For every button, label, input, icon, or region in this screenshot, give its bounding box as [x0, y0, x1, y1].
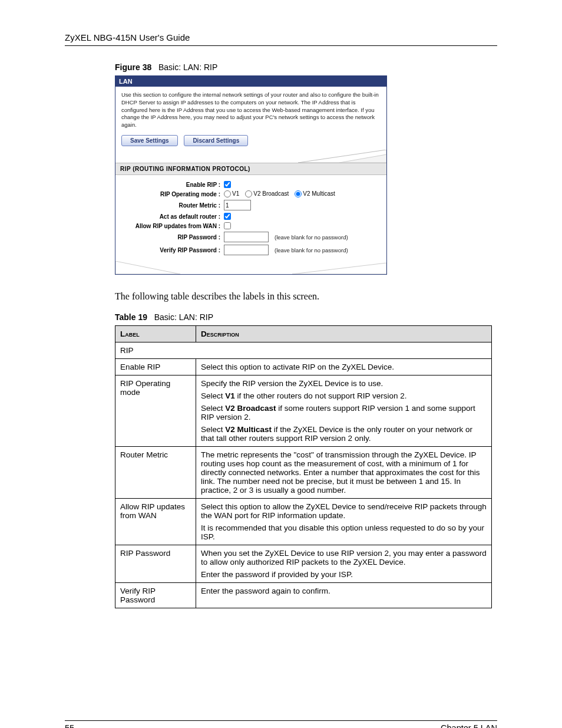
description-table: Label Description RIPEnable RIPSelect th…	[115, 325, 492, 608]
figure-label: Figure 38	[115, 62, 151, 72]
ui-section-heading: RIP (ROUTING INFORMATION PROTOCOL)	[115, 163, 386, 175]
rip-mode-v2b-radio[interactable]	[245, 190, 252, 197]
table-cell-label: Allow RIP updates from WAN	[115, 499, 196, 545]
save-settings-button[interactable]: Save Settings	[121, 135, 178, 146]
table-cell-label: Router Metric	[115, 447, 196, 499]
label-default-router: Act as default router :	[120, 213, 224, 220]
figure-screenshot: LAN Use this section to configure the in…	[115, 75, 387, 275]
pagecurl-decoration	[115, 261, 386, 274]
table-cell-label: Verify RIP Password	[115, 583, 196, 608]
svg-marker-3	[292, 263, 386, 274]
page-number: 55	[65, 723, 74, 728]
svg-marker-2	[115, 261, 180, 274]
table-row: RIP PasswordWhen you set the ZyXEL Devic…	[115, 545, 492, 583]
label-router-metric: Router Metric :	[120, 202, 224, 209]
table-row: RIP Operating modeSpecify the RIP versio…	[115, 375, 492, 447]
ui-titlebar: LAN	[115, 76, 386, 87]
label-allow-wan: Allow RIP updates from WAN :	[120, 223, 224, 229]
label-enable-rip: Enable RIP :	[120, 182, 224, 188]
table-label: Table 19	[115, 312, 147, 322]
default-router-checkbox[interactable]	[224, 213, 231, 220]
table-row: Verify RIP PasswordEnter the password ag…	[115, 583, 492, 608]
verify-password-input[interactable]	[224, 245, 269, 255]
table-cell-description: Select this option to allow the ZyXEL De…	[196, 499, 492, 545]
table-title: Basic: LAN: RIP	[154, 312, 213, 322]
table-cell-description: Specify the RIP version the ZyXEL Device…	[196, 375, 492, 447]
enable-rip-checkbox[interactable]	[224, 181, 231, 188]
figure-title: Basic: LAN: RIP	[158, 62, 217, 72]
th-label: Label	[115, 326, 196, 342]
table-cell-label: RIP Operating mode	[115, 375, 196, 447]
table-cell-label: RIP	[115, 342, 492, 359]
ui-description: Use this section to configure the intern…	[121, 91, 381, 129]
table-cell-label: RIP Password	[115, 545, 196, 583]
rip-password-input[interactable]	[224, 232, 269, 242]
allow-wan-checkbox[interactable]	[224, 222, 231, 229]
label-verify-password: Verify RIP Password :	[120, 247, 224, 253]
label-rip-password: RIP Password :	[120, 234, 224, 241]
router-metric-input[interactable]	[224, 200, 251, 210]
discard-settings-button[interactable]: Discard Settings	[184, 135, 248, 146]
table-row: Enable RIPSelect this option to activate…	[115, 359, 492, 375]
verify-password-note: (leave blank for no password)	[275, 247, 348, 253]
figure-caption: Figure 38 Basic: LAN: RIP	[115, 62, 497, 72]
rip-password-note: (leave blank for no password)	[275, 234, 348, 241]
pagecurl-decoration	[115, 150, 386, 163]
rip-mode-v2m-radio[interactable]	[295, 190, 302, 197]
chapter-label: Chapter 5 LAN	[441, 723, 497, 728]
table-cell-description: The metric represents the "cost" of tran…	[196, 447, 492, 499]
table-cell-label: Enable RIP	[115, 359, 196, 375]
table-row: RIP	[115, 342, 492, 359]
table-cell-description: When you set the ZyXEL Device to use RIP…	[196, 545, 492, 583]
table-row: Allow RIP updates from WANSelect this op…	[115, 499, 492, 545]
guide-title: ZyXEL NBG-415N User's Guide	[65, 32, 190, 42]
th-description: Description	[196, 326, 492, 342]
rip-mode-v1-radio[interactable]	[224, 190, 231, 197]
table-cell-description: Enter the password again to confirm.	[196, 583, 492, 608]
page-footer: 55 Chapter 5 LAN	[65, 720, 497, 728]
table-cell-description: Select this option to activate RIP on th…	[196, 359, 492, 375]
table-row: Router MetricThe metric represents the "…	[115, 447, 492, 499]
table-caption: Table 19 Basic: LAN: RIP	[115, 312, 497, 322]
body-paragraph: The following table describes the labels…	[115, 291, 497, 302]
page-header: ZyXEL NBG-415N User's Guide	[65, 32, 497, 46]
label-rip-mode: RIP Operating mode :	[120, 191, 224, 197]
